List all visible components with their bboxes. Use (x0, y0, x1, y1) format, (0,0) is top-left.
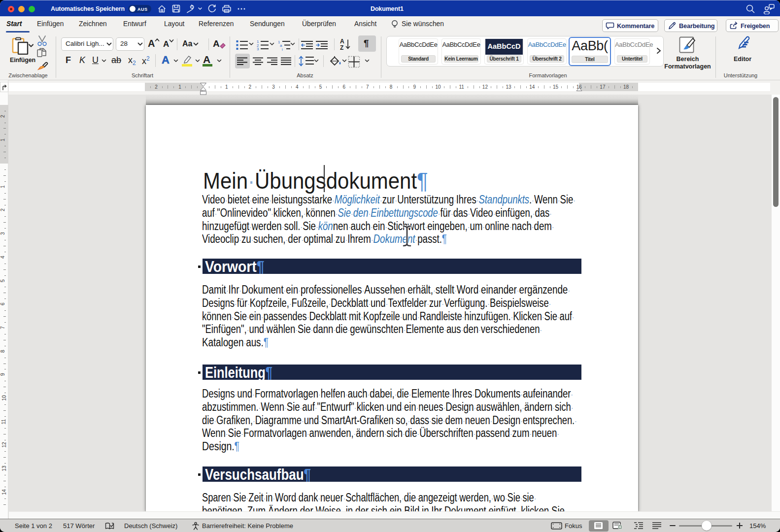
svg-text:Z: Z (340, 44, 343, 51)
svg-text:i: i (282, 47, 283, 51)
svg-text:A: A (340, 38, 344, 45)
svg-text:3: 3 (257, 47, 259, 51)
